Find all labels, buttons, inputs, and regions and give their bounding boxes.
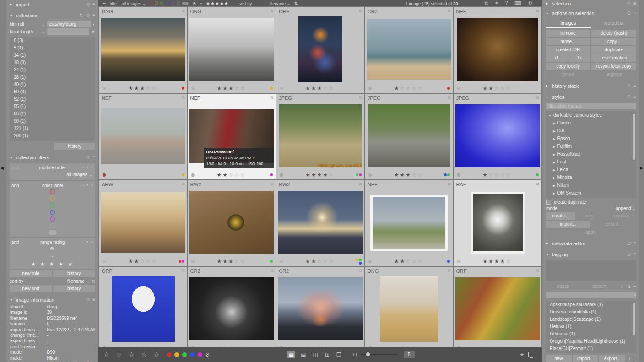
focal-length-item[interactable]: 200 (1) (10, 132, 95, 140)
tag-item[interactable]: Drosera rotundifolia (1) (546, 308, 636, 316)
layout-zoomable-icon[interactable]: ▤ (299, 351, 307, 358)
reject-icon[interactable]: ⊗ (368, 345, 374, 347)
thumbnail-image-area[interactable]: DSD29659.nef09/04/2010 03:08:45 PM ⚡1/60… (188, 102, 276, 170)
focal-length-item[interactable]: 55 (1) (10, 103, 95, 110)
tag-item[interactable]: Apskritalapė saulašarė (1) (546, 301, 636, 308)
tag-plus-icon[interactable]: + (628, 356, 631, 362)
tag-minus-icon[interactable]: − (633, 284, 636, 289)
style-apply-button[interactable]: apply (546, 229, 636, 236)
reject-filter-icon[interactable]: ⊗ (50, 246, 54, 252)
group-icon[interactable]: ⧉ (271, 268, 273, 273)
reject-icon[interactable]: ⊗ (279, 259, 286, 265)
detach-button[interactable]: detach (582, 283, 617, 290)
tag-item[interactable]: Lithuania (1) (546, 330, 636, 338)
color-label-dot-purple[interactable] (50, 216, 55, 222)
color-label-button-green[interactable] (182, 352, 187, 357)
star-rating[interactable]: ☆☆☆☆☆ (463, 345, 531, 347)
thumbnail-image-area[interactable] (365, 275, 453, 343)
group-icon[interactable]: ⧉ (182, 9, 184, 14)
reject-icon[interactable]: ⊗ (456, 345, 463, 347)
thumbnail-image[interactable] (455, 104, 540, 167)
thumbnail-cell[interactable]: ORF⧉⊗☆☆☆☆☆ (454, 267, 541, 347)
thumbnail-cell[interactable]: NEF⧉⊗ (99, 94, 187, 179)
thumbnail-image[interactable] (189, 191, 274, 254)
zoom-slider[interactable] (361, 354, 397, 355)
scope-select[interactable]: all images ⌄ (121, 1, 146, 6)
rule-off-icon[interactable]: ○ (91, 240, 93, 244)
sort-value[interactable]: filename (67, 279, 85, 284)
thumbnail-image-area[interactable] (99, 102, 187, 170)
toggle-hidden-icon[interactable]: ✓ (620, 284, 624, 289)
presets-icon[interactable]: ≡ (92, 2, 95, 7)
focal-length-item[interactable]: 40 (1) (10, 81, 95, 88)
focal-length-item[interactable]: 28 (1) (10, 74, 95, 81)
styles-filter-input[interactable] (546, 103, 636, 109)
thumbnail-image[interactable] (367, 19, 451, 80)
thumbnail-cell[interactable]: JPEG⧉⊗★★★☆☆ (365, 94, 453, 179)
rotate-ccw-button[interactable]: ↺ (546, 54, 568, 62)
thumbnail-cell[interactable]: RAF⧉⊗★★★★☆ (454, 180, 541, 266)
thumbnail-image[interactable] (298, 16, 342, 82)
color-label-dot-yellow[interactable] (155, 1, 158, 5)
focal-length-item[interactable]: 85 (1) (10, 110, 95, 118)
focal-length-item[interactable]: 121 (1) (10, 125, 95, 132)
duplicate-button[interactable]: duplicate (591, 46, 636, 54)
sort-history-button[interactable]: history (53, 285, 96, 292)
rule-name[interactable]: module order (25, 165, 80, 170)
focal-length-input[interactable] (47, 28, 90, 35)
thumbnail-image-area[interactable] (99, 275, 187, 343)
group-icon[interactable]: ⧉ (359, 9, 362, 14)
shortcuts-icon[interactable]: ⌨ (515, 0, 521, 6)
focal-length-item[interactable]: 52 (1) (10, 96, 95, 103)
thumbnail-image-area[interactable] (276, 188, 364, 257)
group-button[interactable]: group (546, 71, 590, 78)
rule-name[interactable]: color label (25, 183, 80, 188)
invert-icon[interactable]: ◐ (93, 22, 95, 27)
reset-icon[interactable]: ⊙ (86, 155, 90, 160)
group-icon[interactable]: ⧉ (182, 268, 184, 273)
thumbnail-cell[interactable]: ORF⧉⊗★★★☆☆ (276, 7, 364, 93)
focal-length-item[interactable]: 14 (1) (10, 52, 95, 59)
rating-filter-stars[interactable]: ★ ★ ★ ★ ★ (31, 261, 74, 267)
color-label-dot-green[interactable] (50, 203, 55, 208)
thumbnail-image-area[interactable] (365, 188, 453, 257)
group-icon[interactable]: ⧉ (536, 95, 539, 100)
pin-icon[interactable]: ➤ (84, 165, 90, 170)
thumbnail-image-area[interactable] (365, 102, 453, 170)
film-roll-input[interactable] (47, 21, 91, 27)
style-item[interactable]: ▶Nikon (546, 182, 636, 189)
collection-filters-panel-header[interactable]: ▼ collection filters ⊙≡ (6, 153, 98, 162)
style-item[interactable]: ▶Leica (546, 166, 636, 174)
rule-conjunction[interactable]: and (11, 165, 23, 170)
dropdown-icon[interactable]: ⌄ (42, 22, 45, 27)
focal-length-item[interactable]: 0 (3) (10, 37, 95, 44)
dropdown-icon[interactable]: ▼ (91, 30, 95, 34)
thumbnail-cell[interactable]: NEF⧉DSD29659.nef09/04/2010 03:08:45 PM ⚡… (188, 94, 276, 179)
focal-length-item[interactable]: 18 (3) (10, 59, 95, 66)
thumbnail-image[interactable] (112, 276, 175, 342)
filters-history-button[interactable]: history (53, 270, 96, 277)
color-label-dot-green[interactable] (160, 1, 164, 5)
left-panel-strip[interactable]: ◀ (0, 0, 6, 362)
tag-export-button[interactable]: export... (599, 355, 625, 362)
layout-culling-dynamic-icon[interactable]: ⊞ (324, 351, 331, 358)
reset-icon[interactable]: ⊙ (86, 297, 90, 302)
presets-icon[interactable]: ≡ (633, 11, 636, 16)
star-rating[interactable]: ★★☆☆☆ (374, 258, 443, 265)
reject-filter-icon[interactable]: ⊗ (192, 1, 196, 6)
help-icon[interactable]: ? (505, 0, 508, 6)
dropdown-icon[interactable]: ⌄ (42, 30, 45, 34)
presets-icon[interactable]: ≡ (633, 241, 636, 246)
thumbnail-image[interactable] (101, 108, 185, 164)
thumbnail-image-area[interactable] (99, 15, 187, 84)
rule-off-icon[interactable]: ○ (91, 183, 93, 188)
group-icon[interactable]: ⧉ (536, 9, 539, 14)
thumbnail-image-area[interactable] (276, 15, 364, 84)
group-icon[interactable]: ⧉ (448, 268, 450, 273)
layout-preview-icon[interactable]: ❒ (335, 351, 343, 358)
scrollbar[interactable] (633, 114, 635, 160)
collapse-left-panel-icon[interactable]: ◀ (0, 166, 4, 170)
tag-import-button[interactable]: import... (573, 355, 599, 362)
rule-toggle-icon[interactable]: ▫ (82, 165, 83, 170)
presets-icon[interactable]: ≡ (633, 1, 636, 6)
